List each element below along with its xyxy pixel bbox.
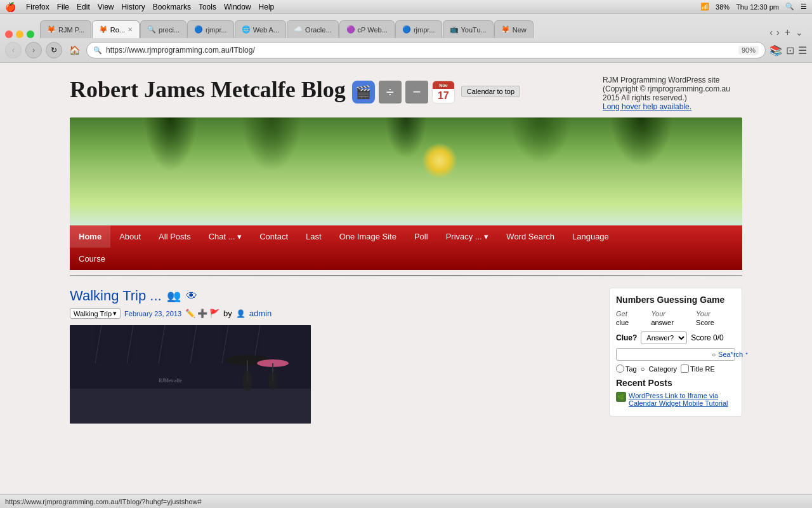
search-menubar-icon[interactable]: 🔍 <box>785 3 794 11</box>
author-link[interactable]: admin <box>249 309 272 318</box>
title-re-checkbox[interactable] <box>681 364 689 373</box>
minimize-window-btn[interactable] <box>16 30 23 38</box>
reload-button[interactable]: ↻ <box>46 42 62 58</box>
control-center-icon[interactable]: ☰ <box>801 3 807 11</box>
tab-1[interactable]: 🦊 RJM P... <box>40 20 91 38</box>
menubar-left: 🍎 Firefox File Edit View History Bookmar… <box>5 2 274 12</box>
home-button[interactable]: 🏠 <box>66 42 82 58</box>
score-text: Score 0/0 <box>691 333 723 342</box>
divider-symbol-minus: − <box>405 81 428 104</box>
zoom-level[interactable]: 90% <box>738 46 759 55</box>
back-icon: ‹ <box>12 46 15 55</box>
category-radio-label[interactable]: Category <box>648 365 677 373</box>
tag-radio-label[interactable]: Tag <box>616 364 637 373</box>
clock: Thu 12:30 pm <box>736 3 779 11</box>
clue-row: Clue? Answer? Score 0/0 <box>616 331 735 344</box>
nav-about[interactable]: About <box>110 225 150 248</box>
col3-header: Your <box>696 310 735 318</box>
post-meta: Walking Trip ▾ February 23, 2013 ✏️ ➕ 🚩 … <box>70 308 596 319</box>
menu-file[interactable]: File <box>57 3 69 11</box>
site-info: RJM Programming WordPress site (Copyrigh… <box>603 76 742 111</box>
search-button-text[interactable]: Sea*rch <box>718 351 743 358</box>
flag-icon[interactable]: 🚩 <box>209 309 219 318</box>
nav-poll[interactable]: Poll <box>405 225 437 248</box>
numbers-game-title: Numbers Guessing Game <box>616 295 735 305</box>
search-row[interactable]: ○ Sea*rch * <box>616 348 735 361</box>
numbers-search-input[interactable] <box>618 350 709 359</box>
recent-post-1-link[interactable]: WordPress Link to Iframe via Calendar Wi… <box>629 392 735 407</box>
nav-course[interactable]: Course <box>70 248 114 270</box>
new-tab-button[interactable]: + <box>782 27 793 38</box>
tab-3[interactable]: 🔍 preci... <box>140 20 187 38</box>
menu-window[interactable]: Window <box>224 3 251 11</box>
back-button[interactable]: ‹ <box>5 42 22 58</box>
tab-list-button[interactable]: ⌄ <box>794 27 804 37</box>
post-people-icon: 👥 <box>167 289 181 303</box>
tab-10-favicon: 🦊 <box>501 25 510 34</box>
address-bar[interactable]: 🔍 https://www.rjmprogramming.com.au/ITbl… <box>86 42 766 58</box>
nav-contact[interactable]: Contact <box>251 225 297 248</box>
nav-all-posts[interactable]: All Posts <box>150 225 200 248</box>
by-text: by <box>223 309 232 318</box>
tab-8-label: rjmpr... <box>414 26 435 34</box>
nav-language[interactable]: Language <box>563 225 618 248</box>
post-category-badge[interactable]: Walking Trip ▾ <box>70 308 121 319</box>
tab-6[interactable]: ☁️ Oracle... <box>287 20 339 38</box>
nav-last[interactable]: Last <box>297 225 331 248</box>
help-link[interactable]: Long hover help available. <box>603 102 691 111</box>
screenflow-icon[interactable]: 🎬 <box>352 81 375 104</box>
menu-tools[interactable]: Tools <box>199 3 216 11</box>
tab-arrows: ‹ › + ⌄ <box>768 27 807 38</box>
tab-bar: 🦊 RJM P... 🦊 Ro... ✕ 🔍 preci... 🔵 rjmpr.… <box>0 14 812 38</box>
category-dropdown-icon[interactable]: ▾ <box>113 309 117 318</box>
menubar: 🍎 Firefox File Edit View History Bookmar… <box>0 0 812 14</box>
tab-1-favicon: 🦊 <box>47 25 56 34</box>
home-icon: 🏠 <box>69 45 80 55</box>
post-title[interactable]: Walking Trip ... 👥 👁 <box>70 288 596 304</box>
apple-menu[interactable]: 🍎 <box>5 2 16 12</box>
calendar-icon[interactable]: Nov 17 <box>432 81 455 104</box>
tab-2-close[interactable]: ✕ <box>128 26 133 33</box>
row1-label: clue <box>616 319 650 326</box>
maximize-window-btn[interactable] <box>27 30 34 38</box>
menu-bookmarks[interactable]: Bookmarks <box>153 3 191 11</box>
edit-icon[interactable]: ✏️ <box>185 309 195 318</box>
nav-one-image-site[interactable]: One Image Site <box>331 225 405 248</box>
menu-icon[interactable]: ☰ <box>798 44 807 57</box>
forward-button[interactable]: › <box>25 42 42 58</box>
calendar-to-top-button[interactable]: Calendar to top <box>461 86 520 97</box>
tab-9[interactable]: 📺 YouTu... <box>443 20 494 38</box>
tab-7[interactable]: 🟣 cP Web... <box>339 20 395 38</box>
bookmarks-sidebar-icon[interactable]: 📚 <box>769 44 782 57</box>
title-re-checkbox-label[interactable]: Title RE <box>681 364 715 373</box>
tab-3-label: preci... <box>159 26 180 34</box>
tag-radio[interactable] <box>616 364 624 373</box>
nav-chat[interactable]: Chat ... <box>200 225 251 248</box>
tab-4[interactable]: 🔵 rjmpr... <box>187 20 234 38</box>
tab-10[interactable]: 🦊 New <box>494 20 534 38</box>
post-date[interactable]: February 23, 2013 <box>124 310 181 318</box>
tab-5[interactable]: 🌐 Web A... <box>235 20 286 38</box>
menu-edit[interactable]: Edit <box>77 3 90 11</box>
tab-8[interactable]: 🔵 rjmpr... <box>395 20 442 38</box>
tab-2-favicon: 🦊 <box>99 25 108 34</box>
nav-privacy[interactable]: Privacy ... <box>437 225 498 248</box>
tab-7-favicon: 🟣 <box>346 25 355 34</box>
tab-6-label: Oracle... <box>305 26 332 34</box>
title-re-label: Title RE <box>690 365 715 373</box>
menu-history[interactable]: History <box>122 3 145 11</box>
tag-label: Tag <box>625 365 637 373</box>
menu-firefox[interactable]: Firefox <box>26 3 49 11</box>
battery-indicator: 38% <box>716 3 730 11</box>
answer-select[interactable]: Answer? <box>641 331 687 344</box>
tab-scroll-right[interactable]: › <box>775 27 781 37</box>
nav-home[interactable]: Home <box>70 225 110 248</box>
close-window-btn[interactable] <box>5 30 13 38</box>
add-icon[interactable]: ➕ <box>197 309 207 318</box>
tab-2-active[interactable]: 🦊 Ro... ✕ <box>92 20 140 38</box>
menu-view[interactable]: View <box>98 3 114 11</box>
menu-help[interactable]: Help <box>259 3 275 11</box>
sync-icon[interactable]: ⊡ <box>786 44 794 57</box>
nav-word-search[interactable]: Word Search <box>497 225 563 248</box>
tab-scroll-left[interactable]: ‹ <box>768 27 774 37</box>
